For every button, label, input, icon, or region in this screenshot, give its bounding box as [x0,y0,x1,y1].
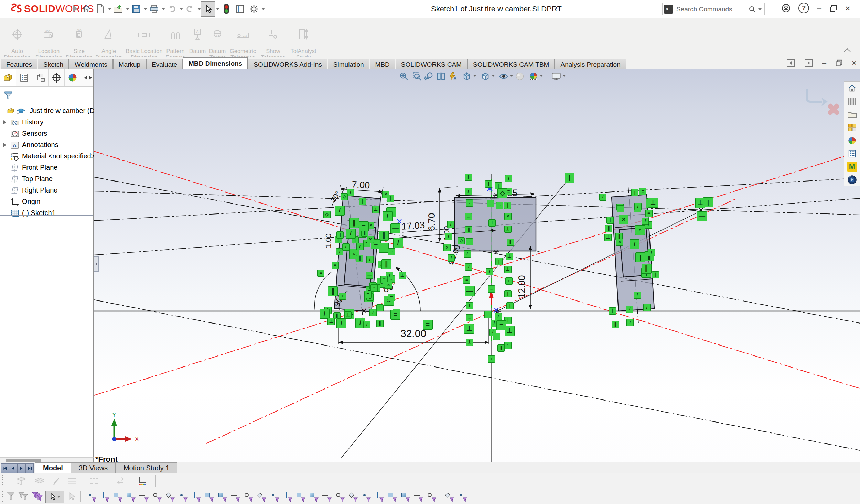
constraint-badge[interactable]: = [317,270,324,277]
select-dropdown[interactable] [216,8,219,10]
graphics-area[interactable]: 7.00 17.03 6.70 5.25 12.00 32.00 86° [94,69,860,462]
zoom-to-area-button[interactable] [411,71,423,82]
tab-analysis-preparation[interactable]: Analysis Preparation [555,59,626,69]
constraint-badge[interactable]: ∥ [605,225,612,232]
edit-appearance-button[interactable] [514,71,526,82]
tree-filter-box[interactable] [2,89,91,103]
constraint-badge[interactable]: ∥ [652,271,659,278]
open-dropdown[interactable] [126,8,129,10]
3d-views-tab[interactable]: 3D Views [71,462,116,473]
toggle-selection-filter-toolbar-button[interactable] [32,492,43,503]
magnified-selection-button[interactable] [67,492,76,503]
options-button[interactable] [247,2,261,16]
previous-tab-button[interactable] [9,463,17,473]
constraint-badge[interactable]: — [390,223,400,233]
filter-planes-button[interactable] [164,491,174,502]
tree-item-sensors[interactable]: Sensors [0,128,93,139]
constraint-badge[interactable]: = [466,314,473,321]
constraint-badge[interactable]: | [606,217,614,224]
filter-datum-targets-button[interactable] [347,491,357,502]
filter-surface-finish-symbols-button[interactable] [281,491,292,502]
constraint-badge[interactable]: ⊥ [504,226,512,233]
tree-splitter[interactable] [0,215,93,217]
markup-coordinate-axis-icon[interactable] [136,475,149,487]
view-settings-dropdown[interactable] [562,75,566,77]
propertymanager-tab[interactable] [16,69,32,86]
constraint-badge[interactable]: ∥ [465,226,472,233]
tab-solidworks-addins[interactable]: SOLIDWORKS Add-Ins [248,59,327,69]
constraint-badge[interactable]: = [639,188,646,195]
tab-sketch[interactable]: Sketch [38,59,69,69]
constraint-badge[interactable]: / [464,250,471,258]
constraint-badge[interactable]: × [616,239,623,246]
constraint-badge[interactable]: / [335,206,345,216]
constraint-badge[interactable]: ⊥ [466,339,473,346]
constraint-badge[interactable]: / [643,304,651,311]
apply-scene-dropdown[interactable] [540,75,543,77]
search-input[interactable]: Search Commands [676,6,749,13]
constraint-badge[interactable]: ∥ [609,307,616,315]
dimxpertmanager-tab[interactable] [49,69,65,86]
tab-simulation[interactable]: Simulation [328,59,369,69]
filter-connection-points-button[interactable] [399,491,409,502]
custom-properties-button[interactable] [844,147,860,160]
constraint-badge[interactable]: ⊥ [506,253,513,260]
constraint-badge[interactable]: / [336,318,346,328]
constraint-badge[interactable]: ∥ [497,344,505,352]
constraint-badge[interactable]: ⊥ [648,198,658,208]
toolbar-grip[interactable] [2,475,3,486]
constraint-badge[interactable]: ▫ [488,355,495,363]
filter-vertices-button[interactable] [85,491,96,502]
filter-axes-button[interactable] [151,491,161,502]
constraint-badge[interactable]: ⊥ [344,311,352,319]
fm-scroll-right-icon[interactable] [89,76,92,80]
filter-annotations-button[interactable] [373,491,383,502]
motion-study-tab[interactable]: Motion Study 1 [116,462,177,473]
constraint-badge[interactable]: ⊥ [504,266,512,273]
constraint-badge[interactable]: × [443,244,451,251]
filter-faces-button[interactable] [111,491,122,502]
search-dropdown[interactable] [758,8,762,10]
constraint-badge[interactable]: / [363,321,370,328]
constraint-badge[interactable]: ∥ [381,259,391,269]
tree-item-sketch1[interactable]: (-) Sketch1 [0,207,93,219]
constraint-badge[interactable]: | [465,174,472,181]
constraint-badge[interactable]: | [631,189,638,196]
constraint-badge[interactable]: / [447,221,454,228]
file-explorer-button[interactable] [844,108,860,121]
constraint-badge[interactable]: / [356,243,364,250]
confirmation-corner[interactable] [804,88,842,119]
hide-show-items-button[interactable] [498,71,509,82]
rebuild-button[interactable] [219,2,233,16]
constraint-badge[interactable]: ⊥ [327,318,335,325]
design-library-button[interactable] [844,95,860,108]
tree-item-origin[interactable]: Origin [0,196,93,207]
constraint-badge[interactable]: ∥ [328,286,338,296]
previous-view-button[interactable] [423,71,435,82]
constraint-badge[interactable]: × [619,215,628,224]
ribbon-collapse-chevron[interactable] [843,48,851,52]
tree-item-right-plane[interactable]: Right Plane [0,185,93,196]
print-button[interactable] [147,2,161,16]
constraint-badge[interactable]: / [486,268,493,275]
first-tab-button[interactable] [1,463,9,473]
tree-item-top-plane[interactable]: Top Plane [0,173,93,185]
markup-move-arrows-icon[interactable] [114,475,127,487]
constraint-badge[interactable]: ▫ [339,293,346,300]
constraint-badge[interactable]: / [626,306,633,313]
constraint-badge[interactable]: / [634,203,642,210]
tab-features[interactable]: Features [1,59,37,69]
constraint-badge[interactable]: ▫ [466,199,473,207]
constraint-badge[interactable]: ⊥ [466,302,473,309]
constraint-badge[interactable]: ∥ [504,202,511,209]
filter-weld-symbols-button[interactable] [321,491,331,502]
markup-pages-icon[interactable] [33,475,46,487]
restore-button[interactable] [829,4,838,12]
constraint-badge[interactable]: ▫ [635,225,645,235]
constraint-badge[interactable]: / [599,194,606,201]
constraint-badge[interactable]: / [369,309,377,316]
new-dropdown[interactable] [108,8,111,10]
section-view-button[interactable] [435,71,447,82]
datum-button[interactable]: A Datum [189,20,206,61]
marketplace-button[interactable] [844,173,860,186]
